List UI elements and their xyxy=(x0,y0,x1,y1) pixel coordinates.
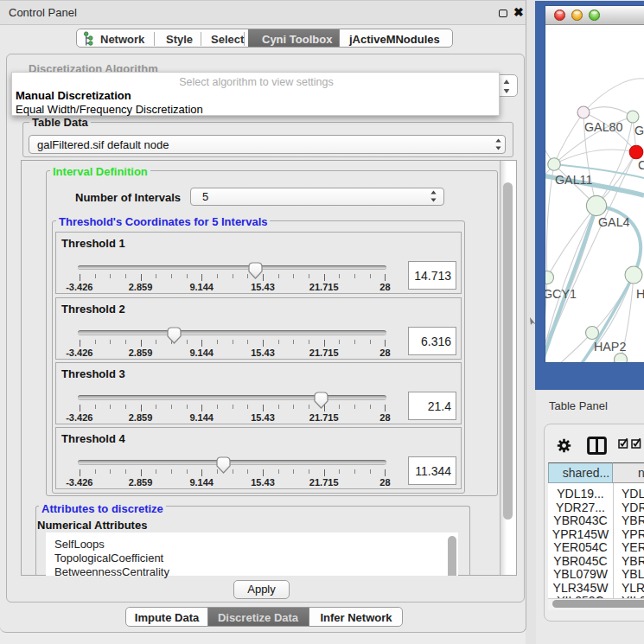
svg-text:GCY1: GCY1 xyxy=(545,287,577,301)
svg-text:GAL11: GAL11 xyxy=(555,173,592,187)
svg-text:C: C xyxy=(638,158,644,172)
svg-text:GA: GA xyxy=(634,124,644,137)
svg-text:GAL80: GAL80 xyxy=(584,120,623,134)
svg-text:HAP2: HAP2 xyxy=(594,340,626,354)
svg-text:H: H xyxy=(636,287,644,301)
svg-text:GAL4: GAL4 xyxy=(598,215,630,229)
